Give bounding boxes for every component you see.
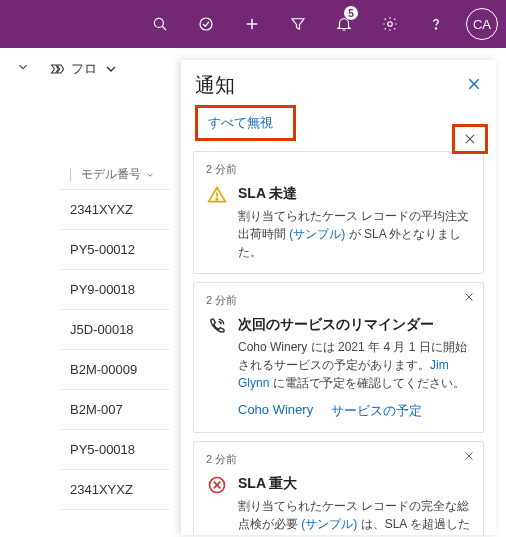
- card-body-text: 割り当てられたケース レコードの平均注文出荷時間 (サンプル) が SLA 外と…: [238, 207, 471, 261]
- chevron-down-icon: [145, 170, 155, 180]
- card-dismiss-button[interactable]: [463, 450, 475, 465]
- card-dismiss-button[interactable]: [463, 291, 475, 306]
- bell-icon[interactable]: 5: [322, 0, 366, 48]
- left-rail: [0, 48, 45, 537]
- phone-icon: [206, 316, 228, 420]
- flow-label: フロ: [71, 60, 97, 78]
- card-action-link[interactable]: Coho Winery: [238, 402, 313, 420]
- chevron-down-icon: [103, 61, 119, 77]
- notification-card: 2 分前SLA 重大割り当てられたケース レコードの完全な総点検が必要 (サンプ…: [193, 441, 484, 535]
- card-action-link[interactable]: サービスの予定: [331, 402, 422, 420]
- dismiss-all-link[interactable]: すべて無視: [208, 115, 273, 130]
- table-row[interactable]: 2341XYXZ: [60, 470, 170, 510]
- card-title: 次回のサービスのリマインダー: [238, 316, 471, 334]
- task-icon[interactable]: [184, 0, 228, 48]
- table-row[interactable]: 2341XYXZ: [60, 190, 170, 230]
- table-row[interactable]: B2M-007: [60, 390, 170, 430]
- table-row[interactable]: B2M-00009: [60, 350, 170, 390]
- panel-close-button[interactable]: [466, 76, 482, 95]
- svg-marker-5: [292, 19, 304, 30]
- highlight-card-close: [452, 124, 488, 154]
- table-row[interactable]: PY5-00018: [60, 430, 170, 470]
- svg-point-15: [216, 198, 218, 200]
- card-title: SLA 重大: [238, 475, 471, 493]
- card-body-text: 割り当てられたケース レコードの完全な総点検が必要 (サンプル) は、SLA を…: [238, 497, 471, 535]
- filter-icon[interactable]: [276, 0, 320, 48]
- warning-icon: [206, 185, 228, 261]
- user-avatar[interactable]: CA: [466, 8, 498, 40]
- data-grid: モデル番号 2341XYXZPY5-00012PY9-00018J5D-0001…: [60, 160, 170, 510]
- flow-header[interactable]: フロ: [45, 58, 160, 80]
- svg-point-0: [154, 18, 163, 27]
- inline-link[interactable]: Jim Glynn: [238, 358, 449, 390]
- chevron-down-icon[interactable]: [16, 60, 30, 74]
- notification-card: 2 分前次回のサービスのリマインダーCoho Winery には 2021 年 …: [193, 282, 484, 433]
- card-timestamp: 2 分前: [206, 162, 471, 177]
- help-icon[interactable]: [414, 0, 458, 48]
- table-row[interactable]: J5D-00018: [60, 310, 170, 350]
- card-body-text: Coho Winery には 2021 年 4 月 1 日に開始されるサービスの…: [238, 338, 471, 392]
- grid-column-header[interactable]: モデル番号: [60, 160, 170, 190]
- card-timestamp: 2 分前: [206, 452, 471, 467]
- close-icon[interactable]: [463, 132, 477, 146]
- critical-icon: [206, 475, 228, 535]
- table-row[interactable]: PY5-00012: [60, 230, 170, 270]
- add-icon[interactable]: [230, 0, 274, 48]
- notification-card: 2 分前SLA 未達割り当てられたケース レコードの平均注文出荷時間 (サンプル…: [193, 151, 484, 274]
- inline-link[interactable]: (サンプル): [289, 227, 345, 241]
- notification-panel: 通知 すべて無視 2 分前SLA 未達割り当てられたケース レコードの平均注文出…: [181, 60, 496, 535]
- table-row[interactable]: PY9-00018: [60, 270, 170, 310]
- panel-title: 通知: [195, 72, 235, 99]
- search-icon[interactable]: [138, 0, 182, 48]
- notification-badge: 5: [344, 6, 358, 20]
- avatar-initials: CA: [473, 17, 491, 32]
- svg-point-7: [388, 22, 393, 27]
- gear-icon[interactable]: [368, 0, 412, 48]
- svg-line-1: [162, 26, 166, 30]
- svg-point-8: [435, 28, 436, 29]
- svg-point-2: [200, 18, 212, 30]
- card-title: SLA 未達: [238, 185, 471, 203]
- flow-icon: [49, 61, 65, 77]
- inline-link[interactable]: (サンプル): [301, 517, 357, 531]
- app-topbar: 5 CA: [0, 0, 506, 48]
- card-timestamp: 2 分前: [206, 293, 471, 308]
